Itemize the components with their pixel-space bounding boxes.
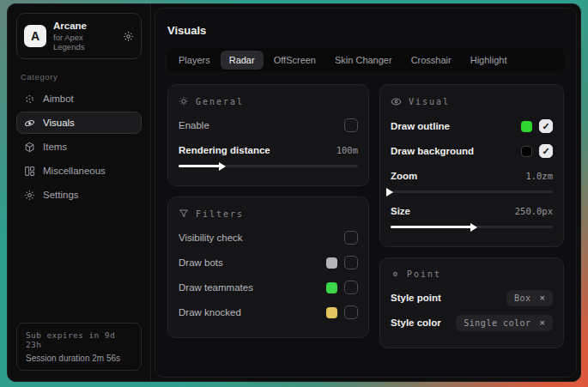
filters-panel: Filters Visibility check ✓ Draw bots ✓ <box>167 197 369 338</box>
color-swatch[interactable] <box>326 282 337 293</box>
size-slider[interactable] <box>391 226 553 228</box>
draw-background-checkbox[interactable]: ✓ <box>539 144 553 158</box>
enable-label: Enable <box>179 120 209 130</box>
visual-header: Visual <box>391 96 553 107</box>
color-swatch[interactable] <box>326 307 337 318</box>
visibility-check-label: Visibility check <box>179 233 243 243</box>
color-swatch[interactable] <box>521 146 532 157</box>
funnel-icon <box>179 209 189 219</box>
color-swatch[interactable] <box>521 121 532 132</box>
visibility-check-checkbox[interactable]: ✓ <box>344 231 358 245</box>
box-icon <box>24 142 35 153</box>
tab-crosshair[interactable]: Crosshair <box>403 51 460 70</box>
main-panel: Visuals Players Radar OffScreen Skin Cha… <box>155 8 577 378</box>
eye-scan-icon <box>24 118 35 129</box>
draw-teammates-row: Draw teammates ✓ <box>179 277 358 298</box>
sidebar-item-label: Settings <box>43 190 79 200</box>
draw-bots-checkbox[interactable]: ✓ <box>344 256 358 269</box>
rendering-distance-label: Rendering distance <box>179 145 270 155</box>
sidebar-item-label: Aimbot <box>43 94 74 104</box>
point-panel: Point Style point Box × Style color Sing… <box>379 257 564 348</box>
filters-title: Filters <box>196 209 244 219</box>
draw-teammates-controls: ✓ <box>326 281 358 294</box>
sidebar-item-items[interactable]: Items <box>16 136 142 158</box>
eye-icon <box>391 96 402 107</box>
sidebar-item-label: Miscellaneous <box>43 166 106 176</box>
style-point-row: Style point Box × <box>391 287 553 308</box>
rendering-distance-row: Rendering distance 100m <box>179 140 358 160</box>
sidebar-item-miscellaneous[interactable]: Miscellaneous <box>16 160 142 182</box>
draw-background-row: Draw background ✓ <box>391 141 553 161</box>
enable-checkbox[interactable]: ✓ <box>344 118 358 132</box>
left-column: General Enable ✓ Rendering distance 100m <box>167 84 369 338</box>
tab-radar[interactable]: Radar <box>221 51 264 70</box>
close-icon[interactable]: × <box>540 293 545 303</box>
tab-skin-changer[interactable]: Skin Changer <box>326 51 401 70</box>
point-title: Point <box>407 269 441 279</box>
sidebar-item-label: Items <box>43 142 67 152</box>
app-name: Arcane <box>53 21 116 31</box>
sidebar-item-visuals[interactable]: Visuals <box>16 112 142 134</box>
visual-title: Visual <box>409 97 450 106</box>
rendering-distance-slider[interactable] <box>179 165 358 167</box>
target-rays-icon <box>179 96 189 106</box>
page-title: Visuals <box>167 24 564 37</box>
crosshair-icon <box>24 94 35 105</box>
sidebar-spacer <box>16 206 142 323</box>
general-title: General <box>196 97 244 106</box>
rendering-distance-value: 100m <box>336 145 358 155</box>
draw-bots-row: Draw bots ✓ <box>179 252 358 273</box>
check-icon: ✓ <box>542 122 549 131</box>
subscription-card: Sub expires in 9d 23h Session duration 2… <box>16 323 142 371</box>
tab-highlight[interactable]: Highlight <box>462 51 516 70</box>
draw-background-label: Draw background <box>391 146 474 156</box>
draw-teammates-label: Draw teammates <box>179 282 253 293</box>
style-color-row: Style color Single color × <box>391 312 553 333</box>
visual-panel: Visual Draw outline ✓ Draw background <box>379 84 564 247</box>
category-label: Category <box>21 72 137 82</box>
draw-outline-checkbox[interactable]: ✓ <box>539 119 553 133</box>
point-header: Point <box>391 269 553 279</box>
draw-outline-controls: ✓ <box>521 119 553 133</box>
filters-header: Filters <box>179 209 358 219</box>
draw-knocked-checkbox[interactable]: ✓ <box>344 305 358 319</box>
tab-offscreen[interactable]: OffScreen <box>265 51 324 70</box>
brand-card: A Arcane for Apex Legends <box>16 13 142 59</box>
general-panel: General Enable ✓ Rendering distance 100m <box>167 84 369 186</box>
check-icon: ✓ <box>542 147 549 156</box>
draw-knocked-controls: ✓ <box>326 305 358 319</box>
slider-thumb[interactable] <box>386 188 393 197</box>
slider-thumb[interactable] <box>219 162 226 171</box>
draw-outline-row: Draw outline ✓ <box>391 116 553 136</box>
slider-thumb[interactable] <box>470 223 477 232</box>
gear-icon <box>24 190 35 201</box>
sidebar-item-label: Visuals <box>43 118 75 128</box>
size-label: Size <box>391 206 410 216</box>
right-column: Visual Draw outline ✓ Draw background <box>379 84 564 348</box>
app-subtitle: for Apex Legends <box>53 33 116 51</box>
draw-bots-controls: ✓ <box>326 256 358 269</box>
general-header: General <box>179 96 358 106</box>
zoom-slider[interactable] <box>391 190 553 193</box>
draw-teammates-checkbox[interactable]: ✓ <box>344 281 358 294</box>
draw-knocked-label: Draw knocked <box>179 307 241 317</box>
sidebar-item-aimbot[interactable]: Aimbot <box>16 88 142 110</box>
slider-fill <box>391 226 475 228</box>
gear-icon[interactable] <box>123 31 134 42</box>
content-grid: General Enable ✓ Rendering distance 100m <box>167 84 564 348</box>
style-point-select[interactable]: Box × <box>506 290 553 306</box>
zoom-row: Zoom 1.0zm <box>391 166 553 186</box>
style-color-value: Single color <box>464 318 530 328</box>
style-color-label: Style color <box>391 317 441 328</box>
tab-players[interactable]: Players <box>170 51 219 70</box>
session-duration-text: Session duration 2m 56s <box>26 354 132 363</box>
close-icon[interactable]: × <box>540 318 545 328</box>
tab-bar: Players Radar OffScreen Skin Changer Cro… <box>167 48 564 72</box>
brand-text: Arcane for Apex Legends <box>53 21 116 51</box>
style-point-value: Box <box>514 293 531 303</box>
style-color-select[interactable]: Single color × <box>456 315 553 331</box>
sidebar-nav: Aimbot Visuals Items Miscellaneous <box>16 88 142 206</box>
app-logo: A <box>24 25 46 47</box>
color-swatch[interactable] <box>326 257 337 269</box>
sidebar-item-settings[interactable]: Settings <box>16 184 142 206</box>
